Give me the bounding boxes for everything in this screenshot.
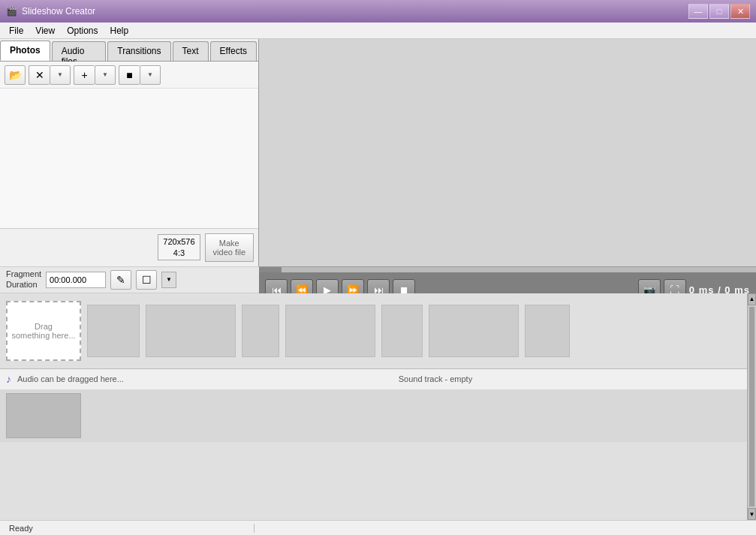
menu-help[interactable]: Help: [104, 24, 135, 38]
top-area: Photos Audio files Transitions Text Effe…: [0, 39, 756, 266]
menu-file[interactable]: File: [3, 24, 29, 38]
title-bar-left: 🎬 Slideshow Creator: [6, 6, 95, 17]
tab-transitions[interactable]: Transitions: [107, 41, 170, 61]
resolution-badge: 720x5764:3: [158, 234, 200, 260]
status-ready-text: Ready: [9, 524, 33, 533]
settings-icon: ■: [126, 69, 132, 81]
open-icon: 📂: [9, 69, 22, 81]
minimize-button[interactable]: —: [688, 4, 708, 19]
delete-icon: ✕: [35, 69, 44, 81]
slide-thumb-3[interactable]: [242, 305, 279, 357]
status-sections: Ready: [6, 524, 750, 533]
audio-drag-text: Audio can be dragged here...: [17, 374, 124, 383]
delete-button[interactable]: ✕: [29, 65, 50, 85]
main-container: Photos Audio files Transitions Text Effe…: [0, 39, 756, 535]
left-panel: Photos Audio files Transitions Text Effe…: [0, 39, 259, 266]
status-ready-section: Ready: [6, 524, 255, 533]
audio-icon: ♪: [6, 373, 11, 385]
open-button[interactable]: 📂: [5, 65, 26, 85]
add-button[interactable]: +: [74, 65, 95, 85]
extra-thumb: [6, 393, 81, 438]
add-icon: +: [81, 69, 87, 81]
add-group: + ▼: [74, 65, 116, 85]
scroll-up-button[interactable]: ▲: [748, 293, 756, 305]
fragment-dropdown-button[interactable]: ▼: [161, 272, 176, 288]
app-icon: 🎬: [6, 6, 17, 17]
slide-thumb-4[interactable]: [285, 305, 375, 357]
menu-bar: File View Options Help: [0, 23, 756, 39]
menu-view[interactable]: View: [29, 24, 61, 38]
slide-thumb-6[interactable]: [429, 305, 519, 357]
tab-audio-files[interactable]: Audio files: [52, 41, 107, 61]
slide-thumb-5[interactable]: [381, 305, 423, 357]
fragment-label-line1: Fragment: [6, 269, 41, 279]
maximize-button[interactable]: □: [709, 4, 729, 19]
fragment-input[interactable]: [46, 272, 106, 288]
tab-bar: Photos Audio files Transitions Text Effe…: [0, 39, 258, 62]
slide-placeholder: Dragsomething here...: [6, 301, 81, 361]
status-bar: Ready: [0, 520, 756, 535]
preview-area: ⏮ ⏪ ▶ ⏩ ⏭ ⏹ 📷: [259, 39, 756, 266]
preview-scrollbar[interactable]: [259, 266, 756, 272]
tab-effects[interactable]: Effects: [210, 41, 257, 61]
extra-row: [0, 389, 747, 442]
bottom-toolbar: 720x5764:3 Makevideo file: [0, 228, 258, 266]
add-dropdown-button[interactable]: ▼: [95, 65, 116, 85]
timeline-area: Dragsomething here... ♪ Audio can be dra…: [0, 293, 756, 521]
title-bar: 🎬 Slideshow Creator — □ ✕: [0, 0, 756, 23]
slide-thumb-1[interactable]: [87, 305, 140, 357]
close-button[interactable]: ✕: [730, 4, 750, 19]
settings-group: ■ ▼: [119, 65, 161, 85]
settings-button[interactable]: ■: [119, 65, 140, 85]
slide-thumb-7[interactable]: [525, 305, 570, 357]
fragment-edit-icon: ✎: [116, 274, 125, 286]
menu-options[interactable]: Options: [61, 24, 104, 38]
slides-strip: Dragsomething here...: [0, 293, 747, 368]
timeline-scrollbar[interactable]: ▲ ▼: [747, 293, 756, 521]
app-title: Slideshow Creator: [22, 6, 95, 17]
title-bar-controls: — □ ✕: [688, 4, 750, 19]
fragment-check-icon: ☐: [142, 274, 152, 286]
slide-drag-text: Dragsomething here...: [12, 322, 76, 340]
photos-toolbar: 📂 ✕ ▼ + ▼: [0, 62, 258, 89]
tab-text[interactable]: Text: [173, 41, 209, 61]
audio-track: ♪ Audio can be dragged here... Sound tra…: [0, 368, 747, 389]
slide-thumb-2[interactable]: [146, 305, 236, 357]
scrollbar-thumb[interactable]: [259, 267, 282, 272]
fragment-dropdown-arrow-icon: ▼: [162, 272, 176, 287]
make-video-button[interactable]: Makevideo file: [205, 233, 254, 262]
preview-canvas: [259, 39, 756, 266]
scroll-down-button[interactable]: ▼: [748, 508, 756, 520]
delete-dropdown-arrow-icon: ▼: [57, 71, 63, 78]
delete-dropdown-button[interactable]: ▼: [50, 65, 71, 85]
fragment-edit-button[interactable]: ✎: [110, 270, 131, 290]
settings-dropdown-arrow-icon: ▼: [147, 71, 153, 78]
audio-status: Sound track - empty: [130, 374, 741, 383]
delete-group: ✕ ▼: [29, 65, 71, 85]
fragment-check-button[interactable]: ☐: [136, 270, 157, 290]
settings-dropdown-button[interactable]: ▼: [140, 65, 161, 85]
fragment-label-line2: Duration: [6, 280, 41, 290]
fragment-label: Fragment Duration: [6, 269, 41, 289]
add-dropdown-arrow-icon: ▼: [102, 71, 108, 78]
panel-content: [0, 89, 258, 228]
timeline-main: Dragsomething here... ♪ Audio can be dra…: [0, 293, 747, 521]
scroll-thumb[interactable]: [749, 307, 754, 507]
tab-photos[interactable]: Photos: [0, 41, 50, 61]
